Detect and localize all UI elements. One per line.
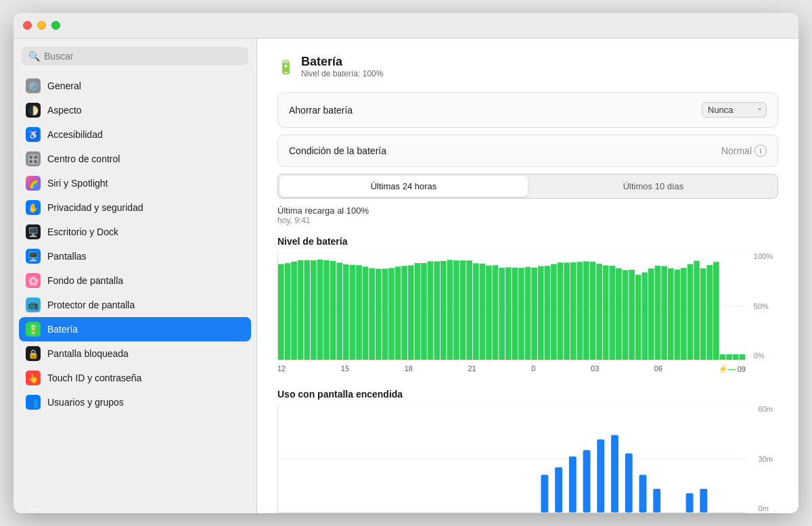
search-bar[interactable]: 🔍 xyxy=(22,47,248,66)
battery-chart-container: 100% 50% 0% xyxy=(277,252,746,360)
svg-rect-25 xyxy=(421,263,427,360)
svg-rect-15 xyxy=(356,265,362,360)
svg-rect-22 xyxy=(401,266,407,360)
sidebar-item-escritorio-dock[interactable]: 🖥️Escritorio y Dock xyxy=(19,220,251,244)
battery-y-labels: 100% 50% 0% xyxy=(754,252,773,360)
svg-rect-81 xyxy=(583,450,591,512)
sidebar-item-privacidad[interactable]: ✋Privacidad y seguridad xyxy=(19,195,251,220)
sidebar-icon-pantalla-bloqueada: 🔒 xyxy=(26,346,41,361)
svg-rect-51 xyxy=(590,262,596,360)
sidebar-item-pantalla-bloqueada[interactable]: 🔒Pantalla bloqueada xyxy=(19,341,251,366)
titlebar xyxy=(14,13,798,39)
sidebar-icon-aspecto: 🌓 xyxy=(26,103,41,118)
page-header-text: Batería Nivel de batería: 100% xyxy=(301,55,383,78)
svg-rect-24 xyxy=(415,263,421,360)
svg-rect-6 xyxy=(298,260,304,360)
sidebar-item-general[interactable]: ⚙️General xyxy=(19,74,251,98)
svg-rect-46 xyxy=(558,262,564,360)
svg-rect-30 xyxy=(453,260,459,360)
ahorrar-bateria-select-wrapper[interactable]: Nunca1 minuto2 minutos5 minutos10 minuto… xyxy=(702,102,767,118)
battery-y-50: 50% xyxy=(754,302,773,310)
traffic-lights xyxy=(23,21,60,30)
sidebar-label-accesibilidad: Accesibilidad xyxy=(47,129,103,140)
condicion-bateria-label: Condición de la batería xyxy=(289,145,386,156)
svg-rect-26 xyxy=(428,261,434,360)
svg-rect-72 xyxy=(726,354,732,360)
sidebar-icon-fondo-pantalla: 🌸 xyxy=(26,273,41,288)
tab-24h[interactable]: Últimas 24 horas xyxy=(279,176,528,197)
svg-rect-18 xyxy=(376,269,382,360)
svg-rect-12 xyxy=(336,263,342,360)
usage-chart-container: 60m 30m 0m xyxy=(277,405,746,513)
battery-x-0: 0 xyxy=(531,364,535,374)
sidebar-label-privacidad: Privacidad y seguridad xyxy=(47,202,143,213)
main-window: 🔍 ⚙️General🌓Aspecto♿Accesibilidad🎛️Centr… xyxy=(14,13,798,513)
battery-x-12: 12 xyxy=(277,364,286,374)
sidebar-item-aspecto[interactable]: 🌓Aspecto xyxy=(19,98,251,122)
maximize-button[interactable] xyxy=(51,21,60,30)
svg-rect-57 xyxy=(629,270,635,360)
sidebar-icon-accesibilidad: ♿ xyxy=(26,127,41,142)
svg-rect-5 xyxy=(291,262,297,360)
sidebar-item-fondo-pantalla[interactable]: 🌸Fondo de pantalla xyxy=(19,268,251,293)
battery-x-09: ⚡— 09 xyxy=(718,364,746,374)
page-title: Batería xyxy=(301,55,383,69)
svg-rect-20 xyxy=(388,268,394,360)
usage-y-60: 60m xyxy=(759,405,773,413)
svg-rect-45 xyxy=(551,264,557,360)
svg-rect-71 xyxy=(720,354,726,360)
sidebar-label-general: General xyxy=(47,80,81,91)
search-input[interactable] xyxy=(44,51,242,62)
sidebar-label-touch-id: Touch ID y contraseña xyxy=(47,373,141,383)
svg-rect-70 xyxy=(713,262,719,360)
sidebar-icon-pantallas: 🖥️ xyxy=(26,249,41,264)
svg-rect-36 xyxy=(493,265,499,360)
sidebar-item-siri-spotlight[interactable]: 🌈Siri y Spotlight xyxy=(19,171,251,195)
svg-rect-69 xyxy=(706,265,713,360)
condicion-bateria-row: Condición de la batería Normal i xyxy=(277,135,778,167)
svg-rect-23 xyxy=(408,266,414,360)
battery-x-labels: 12 15 18 21 0 03 06 ⚡— 09 xyxy=(277,363,746,375)
sidebar-icon-privacidad: ✋ xyxy=(26,200,41,215)
minimize-button[interactable] xyxy=(37,21,46,30)
battery-y-0: 0% xyxy=(754,352,773,360)
svg-rect-85 xyxy=(639,475,647,512)
svg-rect-67 xyxy=(694,261,700,360)
svg-rect-49 xyxy=(577,262,583,360)
svg-rect-73 xyxy=(733,354,739,360)
sidebar-item-pantallas[interactable]: 🖥️Pantallas xyxy=(19,244,251,268)
svg-rect-50 xyxy=(583,262,589,360)
sidebar-label-protector-pantalla: Protector de pantalla xyxy=(47,300,135,310)
sidebar-icon-usuarios-grupos: 👥 xyxy=(26,395,41,410)
svg-rect-4 xyxy=(285,263,291,360)
tab-10d[interactable]: Últimos 10 días xyxy=(529,174,777,198)
sidebar-item-centro-control[interactable]: 🎛️Centro de control xyxy=(19,147,251,171)
svg-rect-55 xyxy=(616,268,622,360)
sidebar-item-touch-id[interactable]: 👆Touch ID y contraseña xyxy=(19,366,251,390)
sidebar-icon-escritorio-dock: 🖥️ xyxy=(26,224,41,239)
last-charge-section: Última recarga al 100% hoy, 9:41 xyxy=(277,206,778,225)
sidebar-label-bateria: Batería xyxy=(47,324,78,335)
sidebar-item-bateria[interactable]: 🔋Batería xyxy=(19,317,251,341)
sidebar-item-protector-pantalla[interactable]: 📺Protector de pantalla xyxy=(19,293,251,317)
svg-rect-66 xyxy=(687,264,694,360)
sidebar-item-usuarios-grupos[interactable]: 👥Usuarios y grupos xyxy=(19,390,251,414)
svg-rect-32 xyxy=(466,260,472,360)
usage-y-labels: 60m 30m 0m xyxy=(759,405,773,512)
sidebar-item-accesibilidad[interactable]: ♿Accesibilidad xyxy=(19,122,251,147)
svg-rect-37 xyxy=(499,268,505,360)
last-charge-title: Última recarga al 100% xyxy=(277,206,778,216)
battery-level-chart-section: Nivel de batería 100% 50% xyxy=(277,236,778,375)
svg-rect-3 xyxy=(278,264,284,360)
ahorrar-bateria-select[interactable]: Nunca1 minuto2 minutos5 minutos10 minuto… xyxy=(702,102,767,118)
sidebar-label-fondo-pantalla: Fondo de pantalla xyxy=(47,275,123,286)
sidebar-icon-general: ⚙️ xyxy=(26,78,41,93)
main-content: 🔋 Batería Nivel de batería: 100% Ahorrar… xyxy=(257,39,798,513)
condicion-info-button[interactable]: i xyxy=(754,145,767,157)
sidebar: 🔍 ⚙️General🌓Aspecto♿Accesibilidad🎛️Centr… xyxy=(14,39,257,513)
close-button[interactable] xyxy=(23,21,32,30)
content-area: 🔍 ⚙️General🌓Aspecto♿Accesibilidad🎛️Centr… xyxy=(14,39,798,513)
search-icon: 🔍 xyxy=(28,51,40,62)
svg-rect-64 xyxy=(674,270,680,360)
battery-x-15: 15 xyxy=(341,364,349,374)
